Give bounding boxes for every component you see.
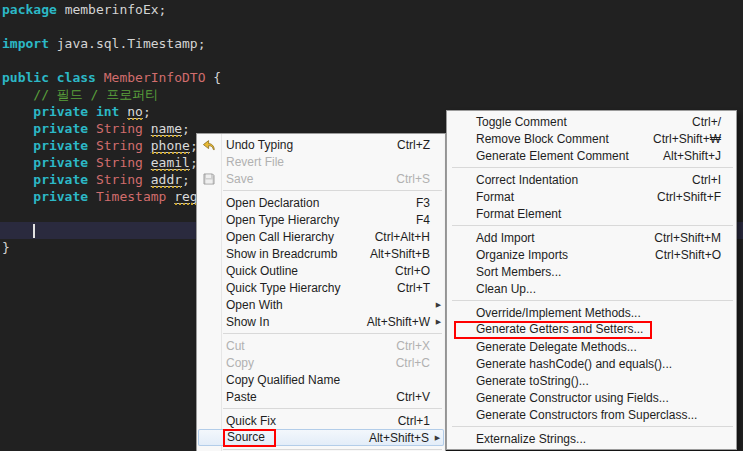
menu-item-label: Show In	[221, 315, 367, 329]
submenu-item-format-element[interactable]: Format Element	[447, 205, 736, 222]
menu-item-text: Undo Typing	[226, 138, 293, 152]
menu-item-text: Toggle Comment	[476, 115, 567, 129]
menu-item-source[interactable]: SourceAlt+Shift+S▶	[198, 429, 444, 446]
menu-item-label: Generate Getters and Setters...	[471, 322, 721, 337]
menu-item-text: Format Element	[476, 207, 561, 221]
code-token-plain	[2, 155, 33, 170]
code-token-keyword: private int	[33, 104, 127, 119]
code-token-field: no	[127, 104, 143, 119]
submenu-item-generate-tostring[interactable]: Generate toString()...	[447, 372, 736, 389]
menu-item-text: Generate Element Comment	[476, 149, 629, 163]
menu-item-open-call-hierarchy[interactable]: Open Call HierarchyCtrl+Alt+H	[197, 228, 445, 245]
code-line: import java.sql.Timestamp;	[0, 35, 743, 52]
menu-item-shortcut: Ctrl+I	[692, 173, 723, 187]
code-token-field: reg	[174, 189, 197, 204]
code-token-plain	[2, 104, 33, 119]
menu-item-undo-typing[interactable]: Undo TypingCtrl+Z	[197, 136, 445, 153]
submenu-item-externalize-strings[interactable]: Externalize Strings...	[447, 430, 736, 447]
menu-item-label: Generate Constructors from Superclass...	[471, 408, 721, 422]
menu-item-quick-outline[interactable]: Quick OutlineCtrl+O	[197, 262, 445, 279]
menu-item-text: Override/Implement Methods...	[476, 306, 641, 320]
menu-item-label: Source	[222, 430, 369, 445]
menu-item-label: Generate hashCode() and equals()...	[471, 357, 721, 371]
menu-item-text: Generate Constructor using Fields...	[476, 391, 669, 405]
menu-item-text: Correct Indentation	[476, 173, 578, 187]
code-token-keyword: private	[33, 155, 96, 170]
save-icon	[197, 173, 221, 185]
menu-item-paste[interactable]: PasteCtrl+V	[197, 388, 445, 405]
menu-item-quick-type-hierarchy[interactable]: Quick Type HierarchyCtrl+T	[197, 279, 445, 296]
code-token-plain: memberinfoEx;	[65, 2, 167, 17]
submenu-item-generate-constructors-from-superclass[interactable]: Generate Constructors from Superclass...	[447, 406, 736, 423]
menu-item-label: Clean Up...	[471, 282, 721, 296]
menu-item-text: Open Type Hierarchy	[226, 213, 339, 227]
menu-item-shortcut: Ctrl+O	[395, 264, 432, 278]
code-token-field: phone	[151, 138, 190, 153]
menu-item-text: Copy	[226, 356, 254, 370]
submenu-item-add-import[interactable]: Add ImportCtrl+Shift+M	[447, 229, 736, 246]
menu-item-text: Open Call Hierarchy	[226, 230, 334, 244]
code-token-plain	[2, 172, 33, 187]
menu-separator	[447, 297, 736, 304]
menu-item-show-in[interactable]: Show InAlt+Shift+W▶	[197, 313, 445, 330]
submenu-item-clean-up[interactable]: Clean Up...	[447, 280, 736, 297]
code-token-type: String	[96, 172, 143, 187]
menu-item-text: Quick Fix	[226, 414, 276, 428]
menu-item-open-with[interactable]: Open With▶	[197, 296, 445, 313]
submenu-item-generate-hashcode-and-equals[interactable]: Generate hashCode() and equals()...	[447, 355, 736, 372]
menu-item-text: Quick Type Hierarchy	[226, 281, 341, 295]
menu-separator	[447, 222, 736, 229]
code-token-field: eamil	[151, 155, 190, 170]
code-token-keyword: private	[33, 138, 96, 153]
red-highlight-box: Source	[223, 429, 276, 447]
submenu-item-correct-indentation[interactable]: Correct IndentationCtrl+I	[447, 171, 736, 188]
menu-item-text: Quick Outline	[226, 264, 298, 278]
menu-item-label: Remove Block Comment	[471, 132, 653, 146]
submenu-item-organize-imports[interactable]: Organize ImportsCtrl+Shift+O	[447, 246, 736, 263]
code-token-plain	[143, 138, 151, 153]
submenu-item-generate-delegate-methods[interactable]: Generate Delegate Methods...	[447, 338, 736, 355]
menu-item-label: Format	[471, 190, 657, 204]
menu-item-open-type-hierarchy[interactable]: Open Type HierarchyF4	[197, 211, 445, 228]
menu-item-label: Override/Implement Methods...	[471, 306, 721, 320]
submenu-item-toggle-comment[interactable]: Toggle CommentCtrl+/	[447, 113, 736, 130]
menu-item-quick-fix[interactable]: Quick FixCtrl+1	[197, 412, 445, 429]
submenu-item-format[interactable]: FormatCtrl+Shift+F	[447, 188, 736, 205]
code-token-field: addr	[151, 172, 182, 187]
menu-item-revert-file: Revert File	[197, 153, 445, 170]
menu-item-label: Format Element	[471, 207, 721, 221]
menu-item-open-declaration[interactable]: Open DeclarationF3	[197, 194, 445, 211]
code-token-keyword: private	[33, 172, 96, 187]
submenu-arrow-icon: ▶	[432, 318, 445, 326]
menu-item-shortcut: Alt+Shift+J	[663, 149, 723, 163]
code-token-plain	[2, 189, 33, 204]
code-token-comment: // 필드 / 프로퍼티	[33, 87, 158, 102]
code-token-plain: java.sql.Timestamp;	[57, 36, 206, 51]
code-line: public class MemberInfoDTO {	[0, 69, 743, 86]
menu-item-text: Generate Delegate Methods...	[476, 340, 637, 354]
submenu-item-remove-block-comment[interactable]: Remove Block CommentCtrl+Shift+₩	[447, 130, 736, 147]
menu-item-label: Generate toString()...	[471, 374, 721, 388]
menu-item-label: Copy	[221, 356, 396, 370]
submenu-item-generate-getters-and-setters[interactable]: Generate Getters and Setters...	[447, 321, 736, 338]
menu-item-text: Remove Block Comment	[476, 132, 609, 146]
code-token-plain: ;	[182, 121, 190, 136]
menu-item-label: Revert File	[221, 155, 430, 169]
submenu-item-override-implement-methods[interactable]: Override/Implement Methods...	[447, 304, 736, 321]
code-token-type: String	[96, 138, 143, 153]
menu-item-text: Show In	[226, 315, 269, 329]
menu-item-label: Save	[221, 172, 396, 186]
submenu-item-sort-members[interactable]: Sort Members...	[447, 263, 736, 280]
code-token-plain	[2, 87, 33, 102]
menu-item-label: Generate Constructor using Fields...	[471, 391, 721, 405]
code-token-plain: {	[206, 70, 222, 85]
menu-item-label: Open Call Hierarchy	[221, 230, 375, 244]
menu-item-copy-qualified-name[interactable]: Copy Qualified Name	[197, 371, 445, 388]
menu-item-copy: CopyCtrl+C	[197, 354, 445, 371]
code-token-plain	[143, 121, 151, 136]
submenu-item-generate-element-comment[interactable]: Generate Element CommentAlt+Shift+J	[447, 147, 736, 164]
menu-item-show-in-breadcrumb[interactable]: Show in BreadcrumbAlt+Shift+B	[197, 245, 445, 262]
code-token-plain	[143, 172, 151, 187]
menu-item-text: Format	[476, 190, 514, 204]
submenu-item-generate-constructor-using-fields[interactable]: Generate Constructor using Fields...	[447, 389, 736, 406]
